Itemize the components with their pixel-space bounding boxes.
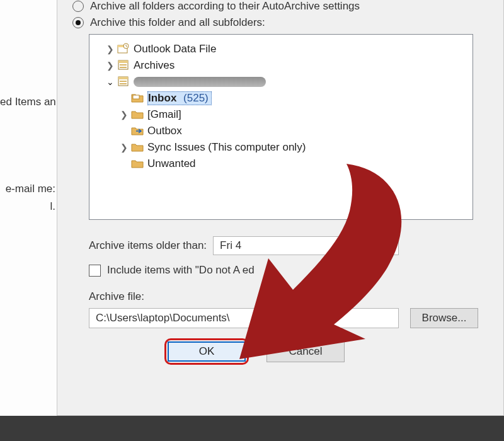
archive-date-dropdown[interactable]: Fri 4 ⌄: [213, 236, 399, 255]
radio-archive-all[interactable]: Archive all folders according to their A…: [72, 0, 488, 13]
page-footer-bar: [0, 416, 504, 441]
tree-label: Archives: [134, 59, 175, 72]
outbox-folder-icon: [131, 125, 145, 137]
archive-store-icon: [117, 59, 131, 72]
tree-selected-item: Inbox (525): [147, 91, 212, 105]
tree-node-account-redacted[interactable]: ⌄: [89, 74, 472, 90]
radio-archive-this-folder[interactable]: Archive this folder and all subfolders:: [72, 16, 488, 29]
radio-unselected-icon: [72, 1, 84, 12]
browse-button[interactable]: Browse...: [410, 308, 478, 328]
background-text-fragment-2: e-mail me:: [0, 181, 55, 197]
radio-archive-this-folder-label: Archive this folder and all subfolders:: [90, 16, 265, 29]
tree-label: Inbox: [148, 92, 176, 104]
tree-node-inbox[interactable]: Inbox (525): [89, 90, 472, 106]
svg-rect-10: [120, 83, 127, 84]
chevron-right-icon[interactable]: ❯: [103, 60, 117, 71]
tree-node-sync-issues[interactable]: ❯ Sync Issues (This computer only): [89, 139, 472, 156]
folder-icon: [131, 141, 145, 154]
inbox-folder-icon: [131, 92, 145, 105]
redacted-account-name: [134, 77, 266, 87]
chevron-right-icon[interactable]: ❯: [117, 142, 131, 152]
tree-node-gmail[interactable]: ❯ [Gmail]: [89, 106, 472, 123]
tree-node-unwanted[interactable]: Unwanted: [89, 156, 472, 172]
background-text-fragment-1: ed Items an: [0, 94, 55, 110]
tree-label: Outlook Data File: [134, 43, 216, 55]
archive-file-path-input[interactable]: C:\Users\laptop\Documents\: [89, 308, 399, 328]
svg-rect-4: [118, 60, 128, 63]
tree-label: [Gmail]: [147, 108, 181, 121]
archive-date-value: Fri 4: [220, 239, 241, 252]
svg-rect-11: [133, 95, 139, 99]
archive-store-icon: [117, 76, 131, 88]
radio-selected-icon: [72, 17, 84, 28]
folder-tree[interactable]: ❯ Outlook Data File ❯ Archives ⌄: [89, 34, 473, 220]
include-checkbox-label: Include items with "Do not A ed: [107, 264, 255, 277]
radio-archive-all-label: Archive all folders according to their A…: [90, 0, 360, 13]
tree-node-outbox[interactable]: Outbox: [89, 123, 472, 139]
svg-rect-5: [120, 64, 127, 66]
archive-older-than-row: Archive items older than: Fri 4 ⌄: [89, 236, 488, 255]
archive-file-path-value: C:\Users\laptop\Documents\: [96, 312, 230, 324]
svg-rect-6: [120, 67, 127, 68]
archive-older-than-label: Archive items older than:: [89, 239, 207, 252]
ok-button[interactable]: OK: [168, 341, 246, 362]
tree-label: Outbox: [147, 125, 182, 137]
archive-dialog: Archive all folders according to their A…: [57, 0, 504, 416]
svg-rect-9: [120, 81, 127, 82]
chevron-right-icon[interactable]: ❯: [103, 44, 117, 54]
chevron-down-icon: ⌄: [384, 241, 392, 251]
archive-file-label: Archive file:: [89, 290, 144, 303]
ok-button-highlight: OK: [164, 338, 249, 365]
chevron-right-icon[interactable]: ❯: [117, 110, 131, 120]
background-text-fragment-3: l.: [0, 199, 55, 214]
chevron-down-icon[interactable]: ⌄: [103, 77, 117, 87]
data-file-icon: [117, 43, 131, 55]
folder-icon: [131, 158, 145, 170]
folder-icon: [131, 108, 145, 121]
tree-label: Unwanted: [147, 158, 196, 170]
svg-rect-8: [118, 77, 128, 79]
tree-label: Sync Issues (This computer only): [147, 141, 306, 154]
inbox-unread-count: (525): [183, 92, 209, 104]
include-do-not-autoarchive-row[interactable]: Include items with "Do not A ed: [89, 264, 488, 277]
tree-node-archives[interactable]: ❯ Archives: [89, 57, 472, 74]
checkbox-unchecked-icon[interactable]: [89, 265, 101, 277]
tree-node-outlook-data-file[interactable]: ❯ Outlook Data File: [89, 41, 472, 57]
cancel-button[interactable]: Cancel: [266, 341, 345, 362]
